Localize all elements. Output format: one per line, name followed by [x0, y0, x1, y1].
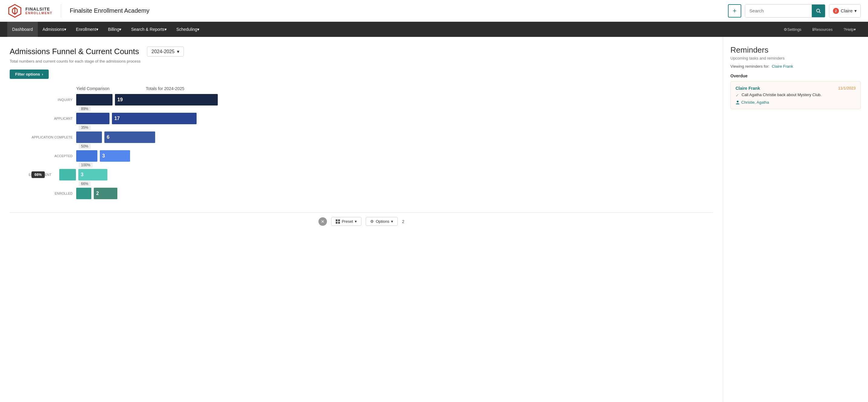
chevron-down-icon: ▾	[355, 219, 357, 224]
user-name: Claire	[841, 8, 852, 13]
chart-header-totals: Totals for 2024-2025	[146, 86, 185, 91]
enrolled-total: 2	[96, 191, 99, 196]
app-name: Finalsite Enrollment Academy	[69, 7, 149, 14]
svg-rect-7	[338, 220, 340, 221]
nav-search-reports[interactable]: Search & Reports ▾	[126, 22, 172, 37]
row-label-enrolled: ENROLLED	[10, 192, 76, 195]
nav-resources[interactable]: ℹ Resources	[807, 22, 837, 37]
applicant-total: 17	[114, 116, 120, 121]
chart-row-enrollment: ENROLLMENT 66% 3 66%	[10, 169, 713, 187]
nav-settings[interactable]: ⚙ Settings	[779, 22, 806, 37]
bottom-bar: ✕ Preset ▾ ⚙ Options ▾ 2	[10, 212, 713, 230]
reminder-task: ✓ Call Agatha Christie back about Myster…	[736, 93, 856, 98]
chevron-down-icon: ▾	[164, 27, 167, 32]
search-input[interactable]	[745, 4, 812, 17]
nav-scheduling[interactable]: Scheduling ▾	[172, 22, 204, 37]
nav-help[interactable]: ? Help ▾	[839, 22, 861, 37]
accepted-pct: 100%	[79, 162, 93, 168]
chevron-down-icon: ▾	[391, 219, 393, 224]
logo-area: FINALSITE ENROLLMENT Finalsite Enrollmen…	[7, 3, 149, 19]
chart-row-app-complete: APPLICATION COMPLETE 6 50%	[10, 132, 713, 149]
chart-row-enrolled: ENROLLED 2	[10, 188, 713, 199]
chart-container: Yield Comparison Totals for 2024-2025 IN…	[10, 86, 713, 200]
options-button[interactable]: ⚙ Options ▾	[366, 217, 398, 226]
viewing-person-link[interactable]: Claire Frank	[772, 64, 793, 69]
chevron-down-icon: ▾	[96, 27, 98, 32]
svg-point-4	[816, 9, 819, 12]
inquiry-pct: 89%	[79, 106, 91, 111]
chart-row-accepted: ACCEPTED 3 100%	[10, 150, 713, 168]
logo-icon	[7, 3, 22, 19]
chevron-down-icon: ▾	[119, 27, 121, 32]
preset-button[interactable]: Preset ▾	[331, 217, 362, 226]
app-complete-total: 6	[107, 134, 110, 140]
reminder-name-link[interactable]: Claire Frank	[736, 86, 760, 91]
close-button[interactable]: ✕	[318, 217, 327, 226]
enrollment-badge: 66%	[31, 171, 45, 178]
row-label-app-complete: APPLICATION COMPLETE	[10, 135, 76, 139]
chevron-down-icon: ▾	[197, 27, 199, 32]
section-title: Admissions Funnel & Current Counts	[10, 47, 139, 56]
reminder-person-link[interactable]: Christie, Agatha	[741, 100, 769, 105]
row-label-inquiry: INQUIRY	[10, 98, 76, 102]
reminder-person: Christie, Agatha	[736, 100, 856, 105]
accepted-total: 3	[102, 153, 105, 159]
top-bar: FINALSITE ENROLLMENT Finalsite Enrollmen…	[0, 0, 868, 22]
nav-admissions[interactable]: Admissions ▾	[38, 22, 71, 37]
app-complete-pct: 50%	[79, 143, 91, 149]
svg-rect-9	[338, 222, 340, 224]
section-subtitle: Total numbers and current counts for eac…	[10, 59, 713, 64]
top-bar-right: + 2 Claire ▾	[728, 4, 861, 18]
reminders-subtitle: Upcoming tasks and reminders	[731, 56, 861, 61]
user-menu[interactable]: 2 Claire ▾	[829, 4, 861, 18]
notification-badge: 2	[833, 8, 839, 14]
chevron-down-icon: ▾	[854, 27, 856, 32]
main-nav: Dashboard Admissions ▾ Enrollment ▾ Bill…	[0, 22, 868, 37]
year-selector[interactable]: 2024-2025 ▾	[147, 46, 184, 57]
person-icon	[736, 100, 740, 105]
reminder-date: 11/1/2023	[838, 86, 856, 91]
gear-icon: ⚙	[370, 219, 374, 224]
chevron-right-icon: ›	[42, 72, 43, 76]
check-icon: ✓	[736, 93, 739, 98]
nav-right: ⚙ Settings ℹ Resources ? Help ▾	[779, 22, 861, 37]
chevron-down-icon: ▾	[855, 8, 857, 13]
chart-row-applicant: APPLICANT 17 35%	[10, 113, 713, 130]
add-button[interactable]: +	[728, 4, 741, 18]
svg-line-5	[819, 12, 820, 13]
brand-text: FINALSITE ENROLLMENT	[25, 7, 52, 15]
applicant-pct: 35%	[79, 125, 91, 130]
search-box	[745, 4, 825, 18]
chart-row-inquiry: INQUIRY 19 89%	[10, 94, 713, 111]
content-area: Admissions Funnel & Current Counts 2024-…	[0, 37, 868, 402]
main-content: Admissions Funnel & Current Counts 2024-…	[0, 37, 723, 402]
chevron-down-icon: ▾	[177, 49, 179, 55]
reminder-card: Claire Frank 11/1/2023 ✓ Call Agatha Chr…	[731, 81, 861, 109]
svg-rect-8	[336, 222, 338, 224]
row-label-applicant: APPLICANT	[10, 117, 76, 120]
enrollment-total: 3	[81, 172, 84, 177]
chart-header-yield: Yield Comparison	[76, 86, 137, 91]
reminders-title: Reminders	[731, 45, 861, 55]
viewing-for: Viewing reminders for: Claire Frank	[731, 64, 861, 69]
chevron-down-icon: ▾	[64, 27, 66, 32]
inquiry-total: 19	[117, 97, 123, 102]
nav-dashboard[interactable]: Dashboard	[7, 22, 38, 37]
reminder-header: Claire Frank 11/1/2023	[736, 86, 856, 91]
nav-enrollment[interactable]: Enrollment ▾	[71, 22, 103, 37]
count-badge: 2	[402, 219, 404, 224]
search-button[interactable]	[812, 4, 825, 17]
svg-point-10	[737, 101, 739, 102]
filter-options-button[interactable]: Filter options ›	[10, 69, 49, 79]
overdue-label: Overdue	[731, 73, 861, 78]
grid-icon	[336, 220, 340, 224]
enrollment-pct: 66%	[79, 181, 91, 187]
sidebar: Reminders Upcoming tasks and reminders V…	[723, 37, 868, 402]
svg-rect-6	[336, 220, 338, 221]
nav-billing[interactable]: Billing ▾	[103, 22, 126, 37]
search-icon	[816, 8, 821, 13]
row-label-accepted: ACCEPTED	[10, 154, 76, 158]
